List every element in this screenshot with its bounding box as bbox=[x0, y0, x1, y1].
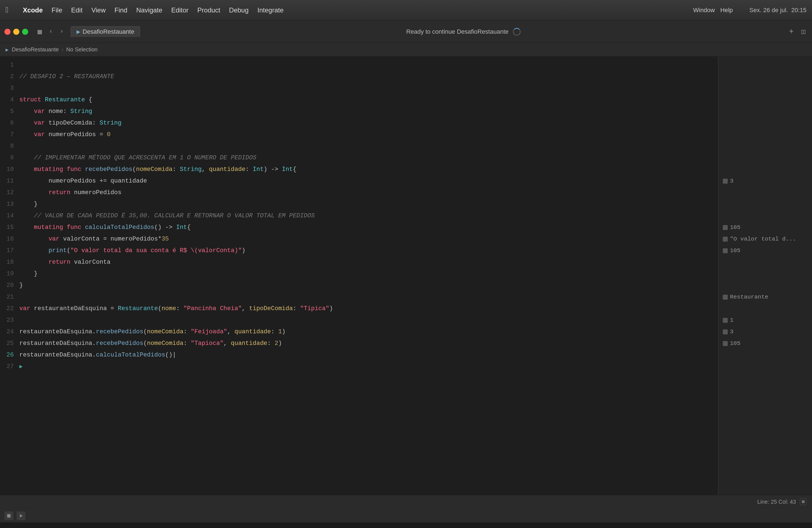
result-row-24: 3 bbox=[719, 326, 812, 338]
editor-settings-icon[interactable]: ▦ bbox=[800, 498, 807, 505]
traffic-lights bbox=[4, 29, 28, 35]
toolbar: ▦ ‹ › ▶ DesafioRestauante Ready to conti… bbox=[0, 21, 812, 43]
menu-integrate[interactable]: Integrate bbox=[253, 5, 288, 16]
result-row-17: 105 bbox=[719, 245, 812, 256]
close-window-button[interactable] bbox=[4, 29, 11, 35]
result-row-16: "O valor total d... bbox=[719, 233, 812, 245]
tab-bar: ▶ DesafioRestauante bbox=[71, 26, 140, 37]
menu-editor[interactable]: Editor bbox=[167, 5, 193, 16]
menu-navigate[interactable]: Navigate bbox=[132, 5, 167, 16]
result-value-15: 105 bbox=[730, 222, 740, 233]
console-output: O valor total da sua conta é R$ 105 bbox=[0, 523, 812, 528]
back-button[interactable]: ‹ bbox=[47, 27, 55, 36]
menu-file[interactable]: File bbox=[47, 5, 67, 16]
stop-button[interactable] bbox=[4, 511, 13, 520]
result-value-24: 3 bbox=[730, 326, 734, 338]
apple-menu[interactable]:  bbox=[5, 6, 10, 15]
main-area: 12345 678910 1112131415 1617181920 21222… bbox=[0, 57, 812, 495]
project-icon: ▶ bbox=[5, 47, 9, 53]
toolbar-right: + ◫ bbox=[787, 26, 808, 37]
result-value-25: 105 bbox=[730, 338, 740, 349]
result-icon-21 bbox=[723, 295, 728, 299]
split-editor-button[interactable]: ◫ bbox=[799, 27, 808, 37]
results-panel: 3 105 "O valor total d... 105 bbox=[718, 57, 812, 495]
console-toolbar bbox=[0, 509, 812, 523]
tab-label: DesafioRestauante bbox=[83, 28, 134, 35]
menu-right: Window Help Sex. 26 de jul. 20:15 bbox=[693, 6, 807, 14]
datetime-display: Sex. 26 de jul. 20:15 bbox=[749, 6, 807, 14]
status-bar: Line: 25 Col: 43 ▦ bbox=[0, 495, 812, 509]
result-icon-24 bbox=[723, 329, 728, 334]
result-icon-25 bbox=[723, 341, 728, 346]
result-value-21: Restaurante bbox=[730, 291, 768, 303]
breadcrumb-separator: › bbox=[61, 47, 64, 53]
result-icon-16 bbox=[723, 237, 728, 241]
code-content: 12345 678910 1112131415 1617181920 21222… bbox=[0, 57, 718, 398]
fullscreen-window-button[interactable] bbox=[22, 29, 28, 35]
menu-find[interactable]: Find bbox=[110, 5, 132, 16]
menu-product[interactable]: Product bbox=[193, 5, 225, 16]
tab-desafio-restaurante[interactable]: ▶ DesafioRestauante bbox=[71, 26, 140, 37]
result-icon-11 bbox=[723, 179, 728, 184]
menu-xcode[interactable]: Xcode bbox=[18, 5, 47, 16]
code-editor[interactable]: 12345 678910 1112131415 1617181920 21222… bbox=[0, 57, 718, 495]
result-row-21: Restaurante bbox=[719, 291, 812, 303]
line-numbers: 12345 678910 1112131415 1617181920 21222… bbox=[0, 59, 19, 396]
result-value-23: 1 bbox=[730, 314, 734, 326]
result-icon-23 bbox=[723, 318, 728, 323]
result-row-15: 105 bbox=[719, 222, 812, 233]
menu-debug[interactable]: Debug bbox=[224, 5, 253, 16]
menu-bar:  Xcode File Edit View Find Navigate Edi… bbox=[0, 0, 812, 21]
swift-file-icon: ▶ bbox=[76, 29, 81, 35]
breadcrumb: ▶ DesafioRestauante › No Selection bbox=[0, 43, 812, 57]
result-icon-15 bbox=[723, 225, 728, 230]
svg-marker-1 bbox=[20, 514, 23, 517]
run-button[interactable] bbox=[17, 511, 25, 520]
result-row-25: 105 bbox=[719, 338, 812, 349]
breadcrumb-project[interactable]: DesafioRestauante bbox=[12, 46, 59, 53]
sidebar-toggle-button[interactable]: ▦ bbox=[35, 26, 44, 37]
build-spinner bbox=[513, 28, 521, 35]
result-row-11: 3 bbox=[719, 175, 812, 187]
breadcrumb-location: No Selection bbox=[66, 46, 98, 53]
svg-rect-0 bbox=[7, 514, 11, 517]
result-row-23: 1 bbox=[719, 314, 812, 326]
code-text[interactable]: // DESAFIO 2 – RESTAURANTE struct Restau… bbox=[19, 59, 718, 396]
build-status-text: Ready to continue DesafioRestauante bbox=[406, 28, 509, 35]
console-area: O valor total da sua conta é R$ 105 Filt… bbox=[0, 523, 812, 528]
add-tab-button[interactable]: + bbox=[787, 26, 796, 37]
minimize-window-button[interactable] bbox=[13, 29, 19, 35]
menu-view[interactable]: View bbox=[87, 5, 110, 16]
menu-window[interactable]: Window bbox=[693, 6, 715, 14]
result-value-17: 105 bbox=[730, 245, 740, 256]
toolbar-center: Ready to continue DesafioRestauante bbox=[143, 28, 784, 35]
menu-edit[interactable]: Edit bbox=[67, 5, 87, 16]
result-value-16: "O valor total d... bbox=[730, 233, 796, 245]
menu-help[interactable]: Help bbox=[720, 6, 733, 14]
result-value-11: 3 bbox=[730, 175, 734, 187]
result-icon-17 bbox=[723, 248, 728, 253]
cursor-position: Line: 25 Col: 43 bbox=[757, 499, 796, 505]
forward-button[interactable]: › bbox=[58, 27, 66, 36]
